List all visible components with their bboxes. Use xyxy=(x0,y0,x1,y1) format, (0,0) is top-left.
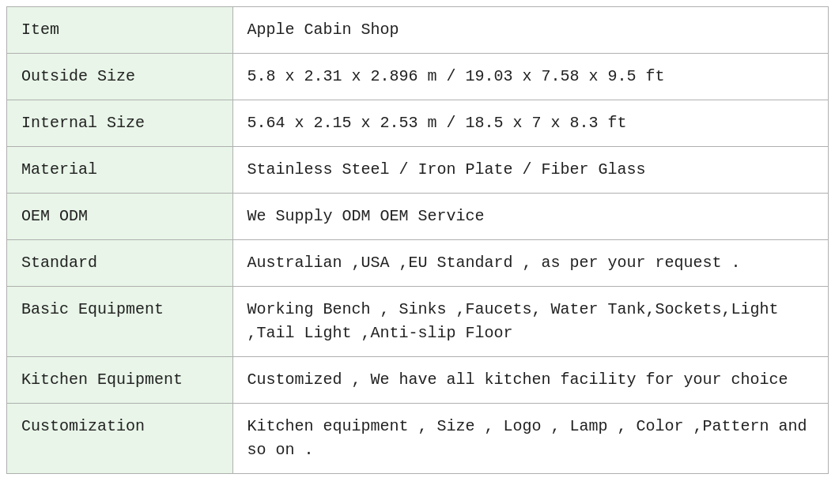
row-value: Australian ,USA ,EU Standard , as per yo… xyxy=(232,240,828,287)
row-label: Standard xyxy=(7,240,232,287)
row-label: Basic Equipment xyxy=(7,287,232,357)
table-row: Internal Size5.64 x 2.15 x 2.53 m / 18.5… xyxy=(7,100,828,147)
table-row: OEM ODMWe Supply ODM OEM Service xyxy=(7,194,828,240)
row-label: Customization xyxy=(7,404,232,474)
table-row: StandardAustralian ,USA ,EU Standard , a… xyxy=(7,240,828,287)
row-label: Kitchen Equipment xyxy=(7,357,232,404)
table-row: CustomizationKitchen equipment , Size , … xyxy=(7,404,828,474)
row-label: OEM ODM xyxy=(7,194,232,240)
product-info-table: ItemApple Cabin ShopOutside Size5.8 x 2.… xyxy=(6,6,829,474)
row-value: 5.8 x 2.31 x 2.896 m / 19.03 x 7.58 x 9.… xyxy=(232,54,828,100)
table-row: Basic EquipmentWorking Bench , Sinks ,Fa… xyxy=(7,287,828,357)
table-row: ItemApple Cabin Shop xyxy=(7,7,828,54)
table-row: Outside Size5.8 x 2.31 x 2.896 m / 19.03… xyxy=(7,54,828,100)
row-label: Internal Size xyxy=(7,100,232,147)
table-row: Kitchen EquipmentCustomized , We have al… xyxy=(7,357,828,404)
row-label: Outside Size xyxy=(7,54,232,100)
row-value: Apple Cabin Shop xyxy=(232,7,828,54)
row-value: Kitchen equipment , Size , Logo , Lamp ,… xyxy=(232,404,828,474)
table-row: MaterialStainless Steel / Iron Plate / F… xyxy=(7,147,828,194)
row-value: We Supply ODM OEM Service xyxy=(232,194,828,240)
row-value: Stainless Steel / Iron Plate / Fiber Gla… xyxy=(232,147,828,194)
row-value: Customized , We have all kitchen facilit… xyxy=(232,357,828,404)
row-label: Material xyxy=(7,147,232,194)
row-label: Item xyxy=(7,7,232,54)
row-value: 5.64 x 2.15 x 2.53 m / 18.5 x 7 x 8.3 ft xyxy=(232,100,828,147)
row-value: Working Bench , Sinks ,Faucets, Water Ta… xyxy=(232,287,828,357)
